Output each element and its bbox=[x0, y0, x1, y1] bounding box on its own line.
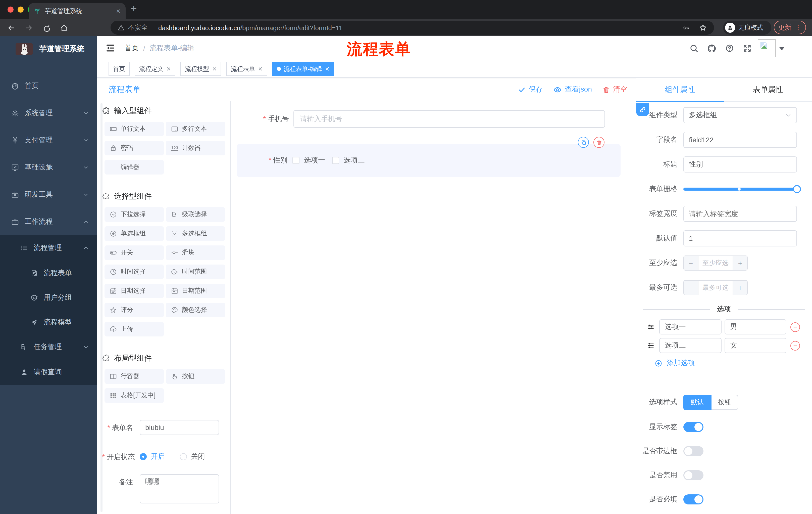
option-label-input[interactable] bbox=[659, 319, 722, 334]
stepper-minus-button[interactable]: − bbox=[684, 281, 698, 295]
sidebar-item-流程模型[interactable]: 流程模型 bbox=[0, 310, 97, 334]
toggle-显示标签[interactable] bbox=[684, 422, 703, 432]
link-drawer-button[interactable] bbox=[636, 103, 649, 116]
tag-close-icon[interactable]: ✕ bbox=[325, 65, 329, 72]
phone-field-input[interactable]: 请输入手机号 bbox=[293, 110, 605, 128]
bookmark-star-icon[interactable] bbox=[699, 24, 707, 32]
sidebar-item-流程表单[interactable]: 流程表单 bbox=[0, 261, 97, 285]
remove-option-button[interactable]: − bbox=[790, 341, 800, 350]
title-input[interactable] bbox=[684, 156, 797, 172]
fullscreen-icon[interactable] bbox=[743, 44, 752, 53]
component-item-日期选择[interactable]: 日期选择 bbox=[105, 283, 164, 298]
tab-close-icon[interactable]: ✕ bbox=[116, 8, 121, 14]
sidebar-item-用户分组[interactable]: 用户分组 bbox=[0, 285, 97, 310]
label-width-input[interactable] bbox=[684, 206, 797, 222]
github-icon[interactable] bbox=[707, 44, 717, 53]
window-close-button[interactable] bbox=[7, 6, 13, 12]
browser-update-button[interactable]: 更新 ⋮ bbox=[774, 21, 806, 34]
tag-close-icon[interactable]: ✕ bbox=[212, 65, 216, 72]
component-item-编辑器[interactable]: 编辑器 bbox=[105, 160, 164, 174]
drag-handle-icon[interactable] bbox=[647, 323, 655, 331]
phone-field-row[interactable]: 手机号 请输入手机号 bbox=[231, 110, 636, 128]
sidebar-item-流程管理[interactable]: 流程管理 bbox=[0, 235, 97, 261]
sidebar-item-请假查询[interactable]: 请假查询 bbox=[0, 360, 97, 385]
view-json-button[interactable]: 查看json bbox=[553, 85, 592, 94]
style-button-button[interactable]: 按钮 bbox=[712, 395, 738, 410]
min-select-input[interactable]: 至少应选 bbox=[698, 256, 733, 270]
tag-流程表单[interactable]: 流程表单✕ bbox=[226, 62, 267, 76]
component-item-上传[interactable]: 上传 bbox=[105, 322, 164, 336]
default-value-input[interactable] bbox=[684, 231, 797, 246]
back-icon[interactable] bbox=[5, 22, 17, 34]
component-item-开关[interactable]: 开关 bbox=[105, 245, 164, 260]
tab-form-props[interactable]: 表单属性 bbox=[724, 78, 812, 101]
breadcrumb-home[interactable]: 首页 bbox=[125, 44, 139, 53]
sidebar-item-支付管理[interactable]: 支付管理 bbox=[0, 127, 97, 154]
max-select-input[interactable]: 最多可选 bbox=[698, 281, 733, 295]
widget-copy-button[interactable] bbox=[578, 137, 589, 148]
field-name-input[interactable] bbox=[684, 132, 797, 148]
component-item-单选框组[interactable]: 单选框组 bbox=[105, 226, 164, 241]
gender-option-label[interactable]: 选项二 bbox=[344, 156, 372, 165]
component-item-时间范围[interactable]: 时间范围 bbox=[166, 265, 225, 279]
help-icon[interactable] bbox=[725, 44, 734, 53]
component-item-日期范围[interactable]: 日期范围 bbox=[166, 283, 225, 298]
status-on-label[interactable]: 开启 bbox=[151, 452, 165, 461]
component-item-滑块[interactable]: 滑块 bbox=[166, 245, 225, 260]
component-item-多选框组[interactable]: 多选框组 bbox=[166, 226, 225, 241]
forward-icon[interactable] bbox=[23, 22, 35, 34]
search-icon[interactable] bbox=[689, 44, 698, 53]
sidebar-item-研发工具[interactable]: 研发工具 bbox=[0, 181, 97, 208]
component-item-行容器[interactable]: 行容器 bbox=[105, 369, 164, 384]
sidebar-item-工作流程[interactable]: 工作流程 bbox=[0, 208, 97, 235]
app-logo[interactable]: 芋道管理系统 bbox=[0, 36, 97, 61]
sidebar-item-任务管理[interactable]: 任务管理 bbox=[0, 334, 97, 360]
home-icon[interactable] bbox=[58, 22, 70, 34]
component-item-多行文本[interactable]: 多行文本 bbox=[166, 122, 225, 136]
add-option-button[interactable]: 添加选项 bbox=[655, 359, 812, 368]
stepper-plus-button[interactable]: + bbox=[733, 281, 747, 295]
component-item-级联选择[interactable]: 级联选择 bbox=[166, 207, 225, 222]
component-type-select[interactable]: 多选框组 bbox=[684, 107, 797, 123]
widget-delete-button[interactable] bbox=[593, 137, 605, 148]
gender-option-checkbox[interactable] bbox=[292, 157, 299, 164]
gender-option-label[interactable]: 选项一 bbox=[304, 156, 332, 165]
toggle-是否带边框[interactable] bbox=[684, 446, 703, 456]
drag-handle-icon[interactable] bbox=[647, 342, 655, 350]
tag-流程模型[interactable]: 流程模型✕ bbox=[180, 62, 221, 76]
address-bar[interactable]: 不安全 dashboard.yudao.iocoder.cn/bpm/manag… bbox=[111, 21, 714, 35]
avatar-caret-icon[interactable] bbox=[779, 47, 784, 50]
style-default-button[interactable]: 默认 bbox=[684, 395, 712, 410]
status-off-radio[interactable] bbox=[180, 453, 187, 460]
new-tab-button[interactable]: + bbox=[130, 2, 137, 15]
remove-option-button[interactable]: − bbox=[790, 322, 800, 332]
stepper-plus-button[interactable]: + bbox=[733, 256, 747, 270]
gender-option-checkbox[interactable] bbox=[332, 157, 339, 164]
slider-handle[interactable] bbox=[793, 185, 801, 193]
clear-button[interactable]: 清空 bbox=[603, 85, 627, 94]
component-item-按钮[interactable]: 按钮 bbox=[166, 369, 225, 384]
browser-tab[interactable]: 芋道管理系统 ✕ bbox=[29, 3, 126, 19]
password-key-icon[interactable] bbox=[683, 24, 690, 31]
form-name-input[interactable] bbox=[140, 420, 219, 435]
sidebar-collapse-icon[interactable] bbox=[105, 43, 116, 53]
tag-流程定义[interactable]: 流程定义✕ bbox=[135, 62, 175, 76]
tag-close-icon[interactable]: ✕ bbox=[258, 65, 263, 72]
window-minimize-button[interactable] bbox=[18, 6, 24, 12]
sidebar-item-系统管理[interactable]: 系统管理 bbox=[0, 100, 97, 127]
component-item-颜色选择[interactable]: 颜色选择 bbox=[166, 303, 225, 317]
form-remark-textarea[interactable]: 嘿嘿 bbox=[140, 474, 219, 504]
status-on-radio[interactable] bbox=[140, 453, 147, 460]
tag-close-icon[interactable]: ✕ bbox=[166, 65, 171, 72]
stepper-minus-button[interactable]: − bbox=[684, 256, 698, 270]
form-canvas[interactable]: 手机号 请输入手机号 bbox=[231, 101, 636, 514]
component-item-评分[interactable]: 评分 bbox=[105, 303, 164, 317]
option-value-input[interactable] bbox=[725, 338, 786, 353]
gender-widget-selected[interactable]: 性别 选项一选项二 bbox=[237, 144, 620, 177]
component-item-单行文本[interactable]: 单行文本 bbox=[105, 122, 164, 136]
component-item-密码[interactable]: 密码 bbox=[105, 141, 164, 155]
component-item-下拉选择[interactable]: 下拉选择 bbox=[105, 207, 164, 222]
status-off-label[interactable]: 关闭 bbox=[191, 452, 205, 461]
tab-component-props[interactable]: 组件属性 bbox=[636, 78, 724, 101]
reload-icon[interactable] bbox=[40, 22, 52, 34]
